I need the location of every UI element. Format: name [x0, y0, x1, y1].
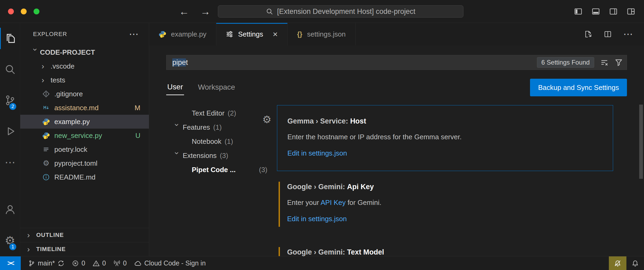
setting-gemma-service-host[interactable]: ⚙ Gemma › Service: Host Enter the hostna… — [277, 105, 613, 171]
scope-tab-user[interactable]: User — [166, 80, 184, 95]
setting-google-gemini-api-key[interactable]: Google › Gemini: Api Key Enter your API … — [277, 171, 613, 236]
markdown-icon — [42, 103, 51, 112]
git-icon — [42, 89, 51, 98]
settings-badge: 1 — [9, 243, 17, 251]
cloud-icon — [134, 260, 142, 267]
edit-in-settings-json-link[interactable]: Edit in settings.json — [287, 149, 605, 157]
tab-settings-json[interactable]: {} settings.json — [288, 23, 356, 45]
tab-label: Settings — [238, 30, 263, 38]
go-forward-button[interactable]: → — [200, 6, 210, 17]
explorer-actions-icon[interactable]: ⋯ — [129, 29, 139, 39]
tab-settings[interactable]: Settings × — [216, 23, 288, 45]
scrollbar[interactable] — [639, 105, 643, 179]
do-not-disturb-status-item[interactable] — [609, 256, 626, 270]
branch-status-item[interactable]: main* — [28, 259, 64, 267]
json-icon: {} — [297, 30, 302, 38]
explorer-view-button[interactable] — [0, 23, 20, 54]
more-actions-icon[interactable]: ⋯ — [623, 29, 633, 39]
command-center[interactable]: [Extension Development Host] code-projec… — [218, 5, 463, 18]
filter-icon[interactable] — [614, 58, 623, 67]
remote-icon: >< — [7, 259, 13, 267]
chevron-right-icon: › — [42, 62, 51, 71]
setting-actions-gear-icon[interactable]: ⚙ — [262, 114, 271, 125]
sync-icon — [58, 260, 64, 267]
api-key-link[interactable]: API Key — [321, 198, 346, 207]
title-bar: ← → [Extension Development Host] code-pr… — [0, 0, 644, 23]
go-back-button[interactable]: ← — [179, 6, 189, 17]
tree-root-folder[interactable]: › CODE-PROJECT — [20, 45, 149, 59]
accounts-button[interactable] — [0, 194, 20, 225]
split-editor-icon[interactable] — [604, 30, 612, 38]
vscode-window: ← → [Extension Development Host] code-pr… — [0, 0, 644, 270]
chevron-right-icon: › — [27, 231, 36, 240]
cloud-code-status-item[interactable]: Cloud Code - Sign in — [134, 259, 206, 267]
tree-item-new-service-py[interactable]: new_service.py U — [20, 129, 149, 142]
chevron-right-icon: › — [42, 76, 51, 85]
status-bar: >< main* 0 0 0 — [0, 256, 644, 270]
remote-indicator[interactable]: >< — [0, 256, 21, 270]
problems-status-item[interactable]: 0 0 — [72, 259, 106, 267]
tree-item-poetry-lock[interactable]: poetry.lock — [20, 142, 149, 156]
file-tree: › CODE-PROJECT › .vscode › tests .gitign… — [20, 45, 149, 184]
run-debug-view-button[interactable] — [0, 116, 20, 147]
bell-icon — [631, 260, 639, 267]
chevron-right-icon: › — [27, 245, 36, 254]
toc-item-text-editor[interactable]: Text Editor (2) — [166, 106, 277, 120]
customize-layout-icon[interactable] — [626, 7, 635, 16]
source-control-badge: 2 — [9, 102, 17, 110]
bell-slash-icon — [614, 260, 621, 267]
close-tab-icon[interactable]: × — [273, 30, 278, 38]
settings-scope-tabs: User Workspace Backup and Sync Settings — [166, 78, 627, 97]
toggle-primary-sidebar-icon[interactable] — [574, 7, 583, 16]
search-view-button[interactable] — [0, 54, 20, 85]
settings-sliders-icon — [226, 30, 233, 38]
additional-views-button[interactable]: ⋯ — [0, 147, 20, 178]
outline-section-header[interactable]: › OUTLINE — [20, 228, 149, 242]
toc-item-extensions[interactable]: › Extensions (3) — [166, 149, 277, 163]
ports-status-item[interactable]: 0 — [113, 259, 127, 267]
settings-search-input[interactable]: pipet 6 Settings Found — [166, 55, 627, 70]
toggle-secondary-sidebar-icon[interactable] — [609, 7, 618, 16]
setting-description: Enter your API Key for Gemini. — [287, 198, 605, 207]
tree-item-gitignore[interactable]: .gitignore — [20, 87, 149, 101]
backup-sync-settings-button[interactable]: Backup and Sync Settings — [530, 79, 627, 96]
timeline-section-header[interactable]: › TIMELINE — [20, 242, 149, 256]
tree-item-vscode[interactable]: › .vscode — [20, 59, 149, 73]
tree-item-example-py[interactable]: example.py — [20, 115, 149, 129]
chevron-down-icon: › — [31, 48, 40, 57]
scope-tab-workspace[interactable]: Workspace — [197, 80, 236, 95]
traffic-lights — [8, 9, 39, 14]
clear-settings-search-icon[interactable] — [600, 58, 609, 67]
tree-item-readme-md[interactable]: README.md — [20, 170, 149, 184]
branch-name: main* — [38, 259, 55, 267]
open-settings-json-icon[interactable] — [584, 30, 592, 38]
tree-item-assistance-md[interactable]: assistance.md M — [20, 101, 149, 115]
python-icon — [159, 30, 166, 38]
sidebar-title: EXPLORER — [33, 31, 67, 38]
edit-in-settings-json-link[interactable]: Edit in settings.json — [287, 215, 605, 223]
git-branch-icon — [28, 260, 35, 267]
tab-example-py[interactable]: example.py — [149, 23, 216, 45]
close-window-button[interactable] — [8, 9, 14, 14]
manage-settings-button[interactable]: ⚙ 1 — [0, 225, 20, 256]
warnings-icon — [93, 260, 100, 267]
errors-count: 0 — [81, 259, 85, 267]
tree-item-pyproject-toml[interactable]: ⚙ pyproject.toml — [20, 156, 149, 170]
setting-google-gemini-text-model[interactable]: Google › Gemini: Text Model — [277, 236, 613, 256]
toc-item-features[interactable]: › Features (1) — [166, 120, 277, 134]
setting-description: Enter the hostname or IP address for the… — [287, 133, 605, 141]
minimize-window-button[interactable] — [21, 9, 27, 14]
tree-item-tests[interactable]: › tests — [20, 73, 149, 87]
toggle-panel-icon[interactable] — [591, 7, 600, 16]
toc-item-pipet-code[interactable]: Pipet Code ... (3) — [166, 163, 277, 177]
python-icon — [42, 117, 51, 126]
account-icon — [4, 204, 16, 216]
toc-item-notebook[interactable]: Notebook (1) — [166, 134, 277, 149]
source-control-view-button[interactable]: 2 — [0, 85, 20, 116]
zoom-window-button[interactable] — [34, 9, 39, 14]
radio-tower-icon — [113, 260, 120, 267]
cloud-code-label: Cloud Code - Sign in — [144, 259, 206, 267]
python-icon — [42, 131, 51, 140]
notifications-status-item[interactable] — [626, 260, 644, 267]
setting-title: Google › Gemini: Api Key — [287, 183, 605, 191]
